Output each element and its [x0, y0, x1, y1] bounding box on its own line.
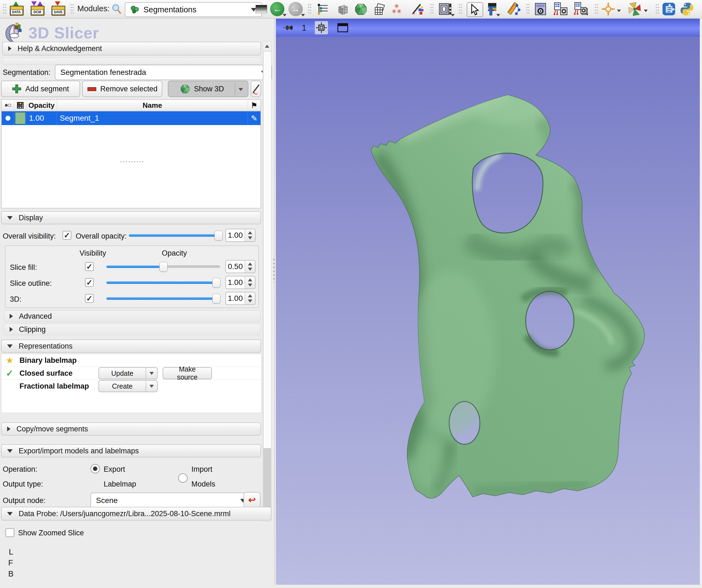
create-button[interactable]: Create	[98, 380, 158, 392]
color-column-header[interactable]	[14, 100, 26, 111]
toolbar-grip[interactable]	[526, 3, 530, 15]
slice-outline-slider[interactable]	[106, 278, 220, 287]
spin-down-icon[interactable]	[248, 268, 252, 271]
show-zoomed-slice-checkbox[interactable]	[5, 528, 14, 537]
threeD-view[interactable]: 1	[276, 19, 700, 585]
segment-row[interactable]: 1.00 Segment_1 ✎	[2, 111, 260, 125]
representation-row[interactable]: ✓ Closed surface Update Make source	[1, 367, 261, 380]
copy-move-section[interactable]: Copy/move segments	[1, 422, 261, 436]
toolbar-grip[interactable]	[459, 3, 462, 15]
update-button[interactable]: Update	[98, 367, 158, 379]
output-node-selector[interactable]: Scene	[91, 492, 251, 508]
crosshair-button[interactable]	[601, 2, 615, 16]
display-3d-slider[interactable]	[106, 294, 220, 303]
center-view-button[interactable]	[315, 21, 328, 34]
edit-selected-segment-button[interactable]	[251, 81, 261, 97]
module-search-button[interactable]	[111, 2, 122, 16]
create-dropdown[interactable]	[146, 381, 157, 392]
representation-row[interactable]: ★ Binary labelmap	[1, 354, 261, 367]
toolbar-grip[interactable]	[656, 3, 659, 15]
layout-dropdown-icon[interactable]	[451, 14, 455, 16]
advanced-section[interactable]: Advanced	[4, 311, 260, 322]
toolbar-grip[interactable]	[594, 3, 598, 15]
pointer-tool-button[interactable]	[467, 2, 483, 17]
opacity-column-header[interactable]: Opacity	[26, 100, 57, 111]
markups-button[interactable]: ✳ ✳✳	[391, 2, 402, 16]
spin-up-icon[interactable]	[248, 231, 252, 234]
spin-down-icon[interactable]	[248, 300, 252, 303]
measure-button[interactable]	[506, 2, 521, 16]
export-import-section[interactable]: Export/import models and labelmaps	[1, 444, 261, 457]
scrollbar-track[interactable]	[263, 448, 271, 511]
scene-views-button[interactable]	[574, 2, 588, 16]
representations-section[interactable]: Representations	[1, 340, 261, 353]
help-acknowledgement-section[interactable]: Help & Acknowledgement	[2, 42, 261, 55]
crystal-module-button[interactable]	[354, 2, 367, 16]
segmentation-node-selector[interactable]: Segmentation fenestrada	[55, 65, 272, 80]
load-data-button[interactable]: DATA	[9, 2, 24, 16]
adjust-display-button[interactable]	[486, 2, 498, 16]
module-selector[interactable]: Segmentations	[125, 2, 262, 17]
clipping-section[interactable]: Clipping	[4, 324, 260, 335]
slice-fill-slider[interactable]	[106, 262, 220, 271]
segment-color-swatch[interactable]	[14, 111, 26, 125]
back-dropdown-icon[interactable]	[283, 14, 286, 16]
scroll-up-button[interactable]	[263, 41, 271, 51]
segment-edit-button[interactable]: ✎	[248, 111, 260, 125]
show-3d-button[interactable]: Show 3D	[168, 81, 248, 97]
data-probe-section[interactable]: Data Probe: /Users/juancgomezr/Libra...2…	[1, 507, 271, 520]
slider-handle[interactable]	[212, 278, 221, 288]
slice-outline-checkbox[interactable]: ✓	[85, 278, 94, 287]
spin-up-icon[interactable]	[248, 262, 252, 265]
history-forward-button[interactable]: →	[288, 2, 303, 16]
remove-selected-button[interactable]: Remove selected	[82, 81, 162, 97]
save-button[interactable]: SAVE	[51, 2, 65, 16]
make-source-button[interactable]: Make source	[162, 367, 212, 379]
update-dropdown[interactable]	[146, 368, 157, 379]
spin-down-icon[interactable]	[248, 283, 252, 286]
overall-opacity-slider[interactable]	[129, 231, 222, 240]
toolbar-grip[interactable]	[70, 3, 74, 15]
panel-scrollbar[interactable]	[263, 41, 271, 521]
scrollbar-thumb[interactable]	[263, 51, 271, 448]
toolbar-grip[interactable]	[430, 3, 434, 15]
toolbar-grip[interactable]	[3, 3, 7, 15]
spin-down-icon[interactable]	[248, 236, 252, 239]
panel-splitter-handle[interactable]	[272, 258, 275, 282]
paint-dropdown-icon[interactable]	[496, 14, 500, 16]
spin-up-icon[interactable]	[248, 278, 252, 281]
slider-handle[interactable]	[214, 231, 223, 241]
python-console-button[interactable]	[680, 2, 694, 16]
extensions-manager-button[interactable]	[662, 2, 676, 16]
threeD-render-canvas[interactable]	[276, 37, 700, 585]
status-column-header[interactable]: ⚑	[248, 100, 260, 111]
volume-rendering-button[interactable]	[336, 2, 349, 16]
pinwheel-dropdown-icon[interactable]	[644, 10, 648, 12]
overall-visibility-checkbox[interactable]: ✓	[63, 231, 71, 240]
overall-opacity-spinbox[interactable]: 1.00	[225, 229, 256, 242]
screenshot-button[interactable]	[534, 2, 547, 16]
window-level-button[interactable]	[256, 2, 267, 16]
slice-outline-spinbox[interactable]: 1.00	[225, 276, 256, 289]
operation-import-radio[interactable]	[178, 473, 188, 483]
dicom-button[interactable]: DCM	[30, 2, 44, 16]
transforms-button[interactable]	[373, 2, 386, 16]
slice-fill-spinbox[interactable]: 0.50	[225, 260, 256, 273]
display-3d-spinbox[interactable]: 1.00	[225, 292, 256, 305]
slice-intersections-button[interactable]	[627, 2, 642, 16]
representation-row[interactable]: Fractional labelmap Create	[1, 380, 261, 392]
maximize-view-button[interactable]	[336, 21, 349, 34]
subject-hierarchy-button[interactable]	[317, 2, 329, 16]
toolbar-grip[interactable]	[308, 3, 312, 15]
slider-handle[interactable]	[212, 294, 221, 304]
display-3d-checkbox[interactable]: ✓	[85, 294, 94, 303]
table-resize-grip[interactable]	[120, 161, 144, 163]
crosshair-dropdown-icon[interactable]	[617, 10, 621, 12]
layout-selector-button[interactable]	[438, 2, 453, 16]
name-column-header[interactable]: Name	[57, 100, 248, 111]
annotations-button[interactable]	[410, 2, 424, 16]
scene-view-capture-button[interactable]	[553, 2, 568, 16]
move-to-output-button[interactable]: ↩	[243, 492, 260, 508]
history-back-button[interactable]: ←	[270, 2, 284, 16]
slice-fill-checkbox[interactable]: ✓	[85, 262, 94, 271]
